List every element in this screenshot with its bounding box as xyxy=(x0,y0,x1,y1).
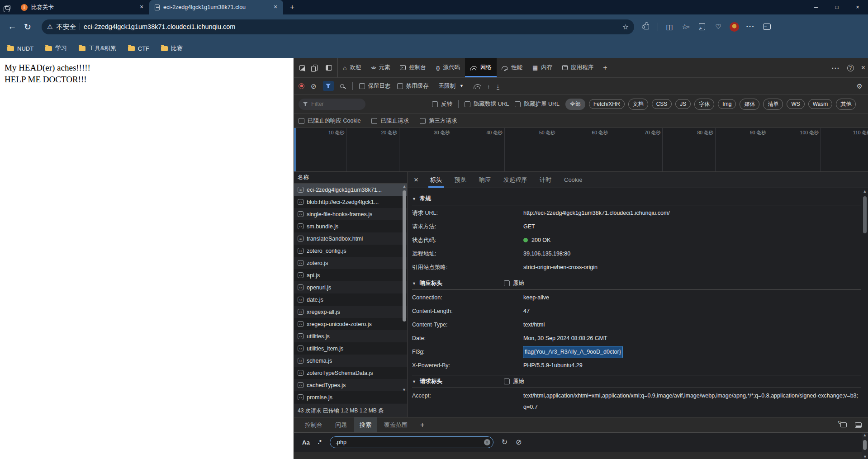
address-bar[interactable]: ⚠ 不安全 eci-2zedg4lgck1g1um38k71.cloudeci1… xyxy=(42,19,634,34)
devtools-tab[interactable]: 网络 xyxy=(465,58,497,77)
hide-data-url-checkbox[interactable] xyxy=(465,101,470,107)
inspect-element-icon[interactable] xyxy=(299,65,305,71)
blocked-filter-checkbox[interactable] xyxy=(299,118,304,124)
maximize-button[interactable]: □ xyxy=(826,0,847,14)
request-row[interactable]: utilities.js xyxy=(294,330,407,342)
export-har-icon[interactable]: ↓ xyxy=(497,83,500,90)
network-timeline-overview[interactable]: 10 毫秒20 毫秒30 毫秒40 毫秒50 毫秒60 毫秒70 毫秒80 毫秒… xyxy=(294,128,868,172)
devtools-menu-icon[interactable] xyxy=(832,65,840,71)
devtools-tab[interactable]: 源代码 xyxy=(431,58,465,77)
request-row[interactable]: openurl.js xyxy=(294,281,407,293)
hide-ext-url-option[interactable]: 隐藏扩展 URL xyxy=(515,100,559,108)
request-row[interactable]: blob:http://eci-2zedg4lgck1... xyxy=(294,196,407,208)
bookmark-folder[interactable]: 工具&积累 xyxy=(79,44,116,52)
preserve-log-option[interactable]: 保留日志 xyxy=(359,82,391,90)
browser-tab[interactable]: 比赛关卡 × xyxy=(15,0,149,14)
request-row[interactable]: sm.bundle.js xyxy=(294,220,407,232)
drawer-device-icon[interactable] xyxy=(840,422,847,427)
request-row[interactable]: promise.js xyxy=(294,391,407,403)
collapse-triangle-icon[interactable]: ▼ xyxy=(412,281,416,286)
profile-avatar[interactable] xyxy=(730,22,739,32)
bookmark-folder[interactable]: 比赛 xyxy=(161,44,183,52)
network-settings-gear-icon[interactable] xyxy=(857,83,863,90)
blocked-filter-option[interactable]: 已阻止的响应 Cookie xyxy=(299,117,360,125)
sidebar-toggle-icon[interactable] xyxy=(762,22,772,32)
request-row[interactable]: zotero.js xyxy=(294,257,407,269)
import-har-icon[interactable]: ↑ xyxy=(487,83,490,90)
scrollbar-thumb[interactable] xyxy=(863,440,867,450)
devtools-tab[interactable]: 性能 xyxy=(497,58,527,77)
close-button[interactable]: × xyxy=(847,0,868,14)
scrollbar-thumb[interactable] xyxy=(403,190,406,322)
details-tab[interactable]: 标头 xyxy=(425,172,447,188)
refresh-button[interactable]: ↻ xyxy=(20,19,35,34)
url-text[interactable]: eci-2zedg4lgck1g1um38k71.cloudeci1.ichun… xyxy=(84,23,619,30)
tab-close-icon[interactable]: × xyxy=(271,3,280,11)
request-type-chip[interactable]: 媒体 xyxy=(740,99,759,110)
devtools-tab[interactable]: 欢迎 xyxy=(338,58,366,77)
browser-essentials-icon[interactable] xyxy=(713,22,723,32)
refresh-search-icon[interactable] xyxy=(502,439,508,446)
collapse-triangle-icon[interactable]: ▼ xyxy=(412,379,416,384)
request-row[interactable]: single-file-hooks-frames.js xyxy=(294,208,407,220)
devtools-tab[interactable]: 元素 xyxy=(366,58,395,77)
request-type-chip[interactable]: 其他 xyxy=(836,99,856,110)
disable-cache-checkbox[interactable] xyxy=(397,83,403,89)
extensions-icon[interactable] xyxy=(641,22,651,32)
request-row[interactable]: zotero_config.js xyxy=(294,245,407,257)
request-type-chip[interactable]: JS xyxy=(675,99,691,109)
request-row[interactable]: xregexp-all.js xyxy=(294,306,407,318)
minimize-button[interactable]: ─ xyxy=(806,0,826,14)
regex-toggle[interactable]: .* xyxy=(318,439,322,445)
scroll-up-icon[interactable]: ▲ xyxy=(862,189,868,194)
scroll-down-icon[interactable]: ▼ xyxy=(402,388,406,392)
request-row[interactable]: translateSandbox.html xyxy=(294,232,407,245)
blocked-filter-checkbox[interactable] xyxy=(420,118,426,124)
security-warning-icon[interactable]: ⚠ xyxy=(47,23,53,30)
bookmark-folder[interactable]: 学习 xyxy=(45,44,67,52)
drawer-tab[interactable]: 覆盖范围 xyxy=(379,417,413,432)
collections-icon[interactable] xyxy=(697,22,707,32)
clear-search-icon[interactable]: × xyxy=(484,439,490,445)
request-type-chip[interactable]: 全部 xyxy=(565,99,585,110)
drawer-scrollbar[interactable]: ▲ ▼ xyxy=(862,433,868,459)
back-button[interactable]: ← xyxy=(5,19,20,34)
blocked-filter-checkbox[interactable] xyxy=(371,118,377,124)
scrollbar-thumb[interactable] xyxy=(863,196,867,233)
browser-tab[interactable]: eci-2zedg4lgck1g1um38k71.clou × xyxy=(149,0,283,14)
request-type-chip[interactable]: 清单 xyxy=(763,99,783,110)
request-row[interactable]: zoteroTypeSchemaData.js xyxy=(294,367,407,379)
focus-page-icon[interactable] xyxy=(326,65,332,71)
filter-toggle-icon[interactable] xyxy=(323,81,334,91)
details-close-icon[interactable]: × xyxy=(409,172,423,188)
timeline-selection-handle[interactable] xyxy=(294,128,296,171)
request-type-chip[interactable]: 文档 xyxy=(628,99,648,110)
search-network-icon[interactable] xyxy=(340,84,344,88)
hide-data-url-option[interactable]: 隐藏数据 URL xyxy=(465,100,509,108)
tab-actions-button[interactable] xyxy=(0,0,15,14)
request-type-chip[interactable]: Fetch/XHR xyxy=(589,99,625,109)
clear-network-log-icon[interactable]: ⊘ xyxy=(311,83,317,90)
request-row[interactable]: xregexp-unicode-zotero.js xyxy=(294,318,407,330)
details-tab[interactable]: Cookie xyxy=(559,172,588,188)
scroll-up-icon[interactable]: ▲ xyxy=(862,433,868,437)
hide-ext-url-checkbox[interactable] xyxy=(515,101,521,107)
throttling-dropdown[interactable]: 无限制 ▼ xyxy=(435,81,467,91)
request-row[interactable]: eci-2zedg4lgck1g1um38k71... xyxy=(294,184,407,196)
request-type-chip[interactable]: Wasm xyxy=(808,99,833,109)
details-scrollbar[interactable]: ▲ xyxy=(862,189,868,417)
request-row[interactable]: schema.js xyxy=(294,355,407,367)
raw-checkbox[interactable] xyxy=(504,379,510,384)
devtools-tab[interactable]: 控制台 xyxy=(395,58,431,77)
scroll-up-icon[interactable]: ▲ xyxy=(402,184,407,189)
disable-cache-option[interactable]: 禁用缓存 xyxy=(397,82,429,90)
request-type-chip[interactable]: WS xyxy=(787,99,804,109)
request-row[interactable]: cachedTypes.js xyxy=(294,379,407,391)
devtools-close-icon[interactable]: × xyxy=(861,64,865,72)
request-row[interactable]: api.js xyxy=(294,269,407,281)
request-type-chip[interactable]: CSS xyxy=(652,99,672,109)
filter-input[interactable] xyxy=(299,99,365,110)
clear-results-icon[interactable] xyxy=(516,439,522,446)
drawer-add-panel-button[interactable]: + xyxy=(415,417,430,432)
favorites-icon[interactable] xyxy=(681,22,691,32)
